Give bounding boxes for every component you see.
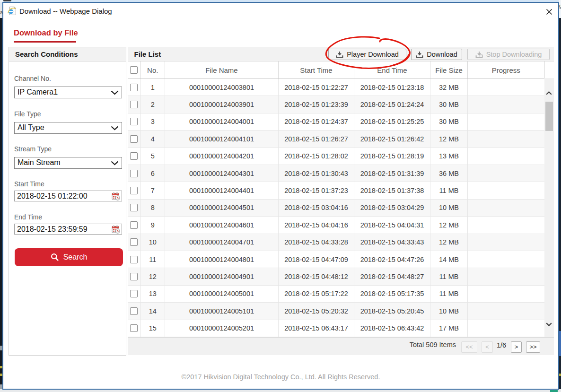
row-checkbox[interactable] — [130, 221, 138, 229]
scroll-up-button[interactable] — [544, 88, 554, 98]
cell-end-time: 2018-02-15 03:04:29 — [354, 200, 430, 217]
cell-file-size: 11 MB — [430, 182, 467, 199]
row-checkbox-cell — [128, 148, 140, 165]
table-header-filler — [544, 61, 554, 79]
table-row: 6 00010000124004301 2018-02-15 01:30:43 … — [128, 165, 544, 182]
file-type-select[interactable]: All Type — [14, 122, 122, 134]
table-row: 9 00010000124004601 2018-02-15 04:04:16 … — [128, 217, 544, 234]
download-button[interactable]: Download — [411, 49, 462, 60]
row-checkbox[interactable] — [130, 135, 138, 143]
calendar-icon[interactable] — [112, 192, 120, 200]
row-checkbox[interactable] — [130, 84, 138, 91]
row-checkbox[interactable] — [130, 256, 138, 263]
cell-progress — [467, 320, 544, 337]
row-checkbox[interactable] — [130, 170, 138, 177]
cell-file-name: 00010000124005001 — [165, 286, 278, 303]
cell-file-size: 12 MB — [430, 234, 467, 251]
table-row: 1 00010000124003801 2018-02-15 01:22:27 … — [128, 79, 544, 96]
row-checkbox[interactable] — [130, 152, 138, 160]
cell-file-name: 00010000124003901 — [165, 96, 278, 113]
scrollbar-thumb[interactable] — [545, 102, 553, 131]
cell-no: 2 — [140, 96, 165, 113]
row-checkbox-cell — [128, 303, 140, 320]
table-row: 13 00010000124005001 2018-02-15 05:17:22… — [128, 286, 544, 303]
tab-download-by-file[interactable]: Download by File — [14, 28, 78, 37]
cell-file-size: 12 MB — [430, 217, 467, 234]
row-checkbox-cell — [128, 96, 140, 113]
copyright-text: ©2017 Hikvision Digital Technology Co., … — [2, 373, 559, 381]
cell-start-time: 2018-02-15 04:04:16 — [278, 217, 354, 234]
cell-end-time: 2018-02-15 01:25:25 — [354, 113, 430, 131]
search-button-label: Search — [63, 253, 88, 261]
cell-progress — [467, 251, 544, 268]
cell-file-name: 00010000124004801 — [165, 251, 278, 268]
search-button[interactable]: Search — [15, 248, 123, 266]
cell-progress — [467, 286, 544, 303]
cell-file-name: 00010000124004901 — [165, 268, 278, 285]
table-row: 10 00010000124004701 2018-02-15 04:33:28… — [128, 234, 544, 251]
cell-file-name: 00010000124005101 — [165, 303, 278, 320]
row-checkbox[interactable] — [130, 187, 138, 194]
cell-no: 7 — [140, 182, 165, 199]
cell-file-size: 30 MB — [430, 96, 467, 113]
start-time-input[interactable]: 2018-02-15 01:22:00 — [14, 191, 122, 201]
row-checkbox-cell — [128, 113, 140, 131]
chevron-down-icon — [546, 322, 552, 326]
cell-file-size: 30 MB — [430, 113, 467, 131]
row-checkbox[interactable] — [130, 101, 138, 108]
cell-no: 14 — [140, 303, 165, 320]
cell-start-time: 2018-02-15 04:47:09 — [278, 251, 354, 268]
row-checkbox[interactable] — [130, 324, 138, 332]
cell-file-size: 36 MB — [430, 165, 467, 182]
calendar-icon[interactable] — [112, 225, 120, 234]
cell-end-time: 2018-02-15 05:17:35 — [354, 286, 430, 303]
close-button[interactable] — [544, 7, 554, 17]
row-checkbox[interactable] — [130, 307, 138, 315]
cell-no: 13 — [140, 286, 165, 303]
download-icon — [416, 51, 423, 58]
cell-file-size: 10 MB — [430, 200, 467, 217]
end-time-input[interactable]: 2018-02-15 23:59:59 — [14, 224, 122, 235]
cell-end-time: 2018-02-15 04:04:31 — [354, 217, 430, 234]
start-time-value: 2018-02-15 01:22:00 — [15, 192, 88, 200]
bg-bottom-strip — [0, 389, 561, 392]
cell-file-name: 00010000124004501 — [165, 200, 278, 217]
cell-end-time: 2018-02-15 01:23:18 — [354, 79, 430, 96]
cell-progress — [467, 217, 544, 234]
bg-right-light: g — [559, 2, 561, 18]
row-checkbox[interactable] — [130, 238, 138, 246]
stop-downloading-button[interactable]: Stop Downloading — [467, 49, 550, 60]
table-row: 12 00010000124004901 2018-02-15 04:48:12… — [128, 268, 544, 285]
previous-page-button[interactable]: < — [482, 341, 493, 353]
row-checkbox-cell — [128, 251, 140, 268]
cell-file-name: 00010000124003801 — [165, 79, 278, 96]
first-page-button[interactable]: << — [461, 341, 477, 353]
player-download-button[interactable]: Player Download — [328, 49, 406, 60]
chevron-up-icon — [546, 91, 552, 95]
row-checkbox-cell — [128, 79, 140, 96]
row-checkbox[interactable] — [130, 118, 138, 125]
cell-file-size: 32 MB — [430, 79, 467, 96]
cell-progress — [467, 165, 544, 182]
row-checkbox[interactable] — [130, 204, 138, 211]
cell-progress — [467, 200, 544, 217]
stream-type-select[interactable]: Main Stream — [14, 157, 122, 169]
row-checkbox[interactable] — [130, 290, 138, 297]
channel-no-select[interactable]: IP Camera1 — [14, 87, 122, 98]
cell-end-time: 2018-02-15 01:26:42 — [354, 131, 430, 148]
scroll-down-button[interactable] — [544, 320, 554, 329]
vertical-scrollbar[interactable] — [544, 78, 554, 337]
cell-file-size: 10 MB — [430, 303, 467, 320]
cell-end-time: 2018-02-15 04:48:27 — [354, 268, 430, 285]
table-row: 4 00010000124004101 2018-02-15 01:26:27 … — [128, 131, 544, 148]
last-page-button[interactable]: >> — [526, 341, 540, 353]
cell-progress — [467, 234, 544, 251]
next-page-button[interactable]: > — [511, 341, 522, 353]
download-icon — [336, 51, 343, 58]
cell-no: 12 — [140, 268, 165, 285]
row-checkbox[interactable] — [130, 273, 138, 280]
cell-no: 8 — [140, 200, 165, 217]
table-row: 11 00010000124004801 2018-02-15 04:47:09… — [128, 251, 544, 268]
select-all-checkbox[interactable] — [130, 66, 138, 74]
col-file-size: File Size — [430, 61, 467, 78]
